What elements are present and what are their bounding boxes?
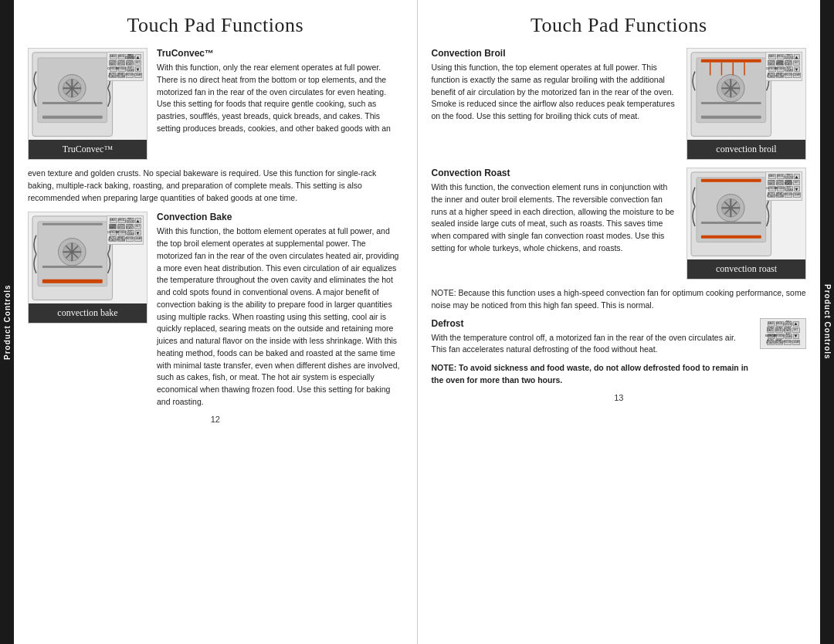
convection-roast-label: convection roast [687,259,805,279]
truconvec-body-continued: even texture and golden crusts. No speci… [28,168,403,204]
truconvec-text-block: TruConvec™ With this function, only the … [157,48,403,160]
convection-broil-heading: Convection Broil [432,48,680,59]
truconvec-body: With this function, only the rear elemen… [157,62,403,135]
truconvec-heading: TruConvec™ [157,48,403,59]
conv-broil-ctrl-panel: BAKE BROIL TRU CONVEC ▲ CONV BAKE CONV B… [765,52,802,81]
page2-title: Touch Pad Functions [432,14,807,37]
convection-bake-label: convection bake [29,303,147,323]
convection-bake-body: With this function, the bottom element o… [157,225,403,408]
convection-bake-section: BAKE BROIL TRU CONVEC ▲ CONV BAKE CONV B… [28,212,403,408]
truconvec-diagram: BAKE BROIL TRU CONVEC ▲ CONV BAKE CONV B… [28,48,147,160]
note1-text: NOTE: Because this function uses a high-… [432,287,807,312]
convection-bake-diagram: BAKE BROIL TRU CONVEC ▲ CONV BAKE CONV B… [28,212,147,324]
note2-text: NOTE: To avoid sickness and food waste, … [432,362,753,387]
defrost-text-block: Defrost With the temperature control off… [432,318,753,387]
convection-broil-body: Using this function, the top element ope… [432,62,680,123]
convection-roast-body: With this function, the convection eleme… [432,181,680,255]
svg-rect-20 [42,223,103,225]
defrost-body: With the temperature control off, a moto… [432,332,753,357]
page-1: Touch Pad Functions [14,0,417,644]
svg-rect-9 [42,116,103,119]
convection-roast-heading: Convection Roast [432,168,680,178]
convection-broil-diagram: BAKE BROIL TRU CONVEC ▲ CONV BAKE CONV B… [687,48,806,160]
convection-bake-text-block: Convection Bake With this function, the … [157,212,403,408]
truconvec-section: BAKE BROIL TRU CONVEC ▲ CONV BAKE CONV B… [28,48,403,160]
defrost-heading: Defrost [432,318,753,329]
truconvec-ctrl-panel: BAKE BROIL TRU CONVEC ▲ CONV BAKE CONV B… [107,52,144,81]
page1-title: Touch Pad Functions [28,14,403,37]
convection-broil-text: Convection Broil Using this function, th… [432,48,680,160]
convection-roast-section: Convection Roast With this function, the… [432,168,807,280]
convection-broil-section: Convection Broil Using this function, th… [432,48,807,160]
convection-roast-diagram: BAKE BROIL TRU CONVEC ▲ CONV BAKE CONV B… [687,168,806,280]
conv-bake-ctrl-panel: BAKE BROIL TRU CONVEC ▲ CONV BAKE CONV B… [107,215,144,245]
truconvec-label: TruConvec™ [29,140,147,159]
svg-rect-45 [701,179,761,182]
svg-rect-31 [701,116,761,119]
left-product-controls-label: Product Controls [0,0,14,644]
defrost-ctrl-diagram: BAKE BROIL TRU CONVEC ▲ CONV BAKE CONV B… [760,318,806,387]
convection-roast-text: Convection Roast With this function, the… [432,168,680,280]
svg-rect-19 [42,280,103,283]
svg-rect-30 [701,59,761,63]
convection-broil-label: convection broil [687,140,805,159]
page-2: Touch Pad Functions Convection Broil Usi… [418,0,821,644]
right-product-controls-label: Product Controls [820,0,834,644]
svg-rect-46 [701,236,761,239]
page2-number: 13 [432,393,807,402]
page1-number: 12 [28,415,403,424]
convection-bake-heading: Convection Bake [157,212,403,222]
defrost-section: Defrost With the temperature control off… [432,318,807,387]
conv-roast-ctrl-panel: BAKE BROIL TRU CONVEC ▲ CONV BAKE CONV B… [765,171,802,201]
